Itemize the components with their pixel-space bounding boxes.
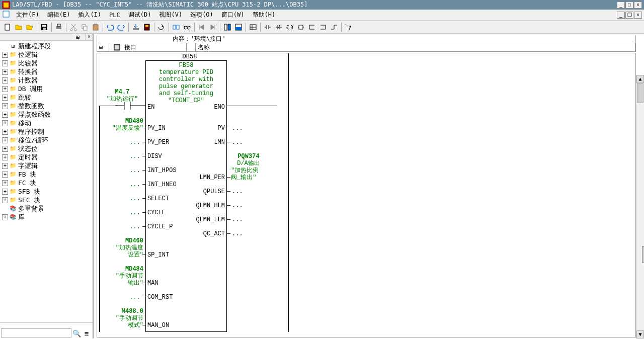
sidebar-tab-1[interactable]: ⊞ <box>70 34 86 40</box>
pin-qpulse: QPULSE <box>200 188 225 195</box>
glasses-icon[interactable] <box>182 22 193 33</box>
menu-edit[interactable]: 编辑(E) <box>43 10 74 20</box>
menu-insert[interactable]: 插入(I) <box>74 10 105 20</box>
menu-file[interactable]: 文件(F) <box>12 10 43 20</box>
sidebar-search-box[interactable] <box>1 328 71 337</box>
scroll-up-button[interactable]: ▲ <box>636 75 644 83</box>
editor-split[interactable] <box>288 53 289 332</box>
tree-comparator[interactable]: +📁比较器 <box>0 59 93 67</box>
mdi-restore-button[interactable]: ❐ <box>625 12 633 19</box>
svg-rect-16 <box>144 24 149 30</box>
tree-multi[interactable]: 📚多重背景 <box>0 204 93 213</box>
pin-eno: ENO <box>210 104 225 111</box>
menu-help[interactable]: 帮助(H) <box>249 10 280 20</box>
content-subheader: ⊟ 🔲 接口 名称 <box>97 43 636 52</box>
tree-int-func[interactable]: +📁整数函数 <box>0 102 93 110</box>
svg-rect-7 <box>56 26 61 29</box>
svg-rect-30 <box>299 25 303 29</box>
menu-plc[interactable]: PLC <box>105 11 124 20</box>
copy-icon[interactable] <box>79 22 90 33</box>
tree-sfb[interactable]: +📁SFB 块 <box>0 187 93 196</box>
sig-dots-6: ... <box>127 195 140 202</box>
tree-fb[interactable]: +📁FB 块 <box>0 170 93 179</box>
close-button[interactable]: × <box>634 2 642 9</box>
sidebar-close-icon[interactable]: × <box>86 34 93 40</box>
goto-start-icon[interactable]: ! <box>196 22 207 33</box>
sig-pqw374: PQW374 D/A输出 "加热比例 阀_输出" <box>231 153 266 181</box>
tree-lib[interactable]: +📚库 <box>0 213 93 221</box>
sidebar-footer-icon2[interactable]: ≡ <box>82 329 92 337</box>
vertical-scrollbar[interactable]: ▲ ▼ <box>636 75 644 338</box>
coil-icon[interactable] <box>284 22 295 33</box>
maximize-button[interactable]: □ <box>625 2 633 9</box>
svg-rect-20 <box>177 25 179 29</box>
sig-dots-8: ... <box>127 223 140 230</box>
tree-prog-ctrl[interactable]: +📁程序控制 <box>0 127 93 136</box>
no-contact-icon[interactable] <box>262 22 273 33</box>
tree-new-segment[interactable]: ⊞新建程序段 <box>0 42 93 50</box>
print-icon[interactable] <box>53 22 64 33</box>
minimize-button[interactable]: _ <box>617 2 625 9</box>
pin-cycle: CYCLE <box>147 209 166 216</box>
menu-view[interactable]: 视图(V) <box>155 10 186 20</box>
subhdr-interface[interactable]: 🔲 接口 <box>109 43 187 51</box>
tree-status-bit[interactable]: +📁状态位 <box>0 144 93 153</box>
tree-sfc[interactable]: +📁SFC 块 <box>0 196 93 204</box>
mdi-minimize-button[interactable]: _ <box>617 12 625 19</box>
svg-rect-25 <box>224 24 227 30</box>
mdi-close-button[interactable]: × <box>634 12 642 19</box>
tree-converter[interactable]: +📁转换器 <box>0 67 93 76</box>
block-icon[interactable] <box>171 22 182 33</box>
help-icon[interactable]: ? <box>343 22 354 33</box>
redo-icon[interactable] <box>116 22 127 33</box>
wire: — <box>142 125 146 132</box>
svg-rect-26 <box>228 24 230 30</box>
module-icon[interactable] <box>141 22 152 33</box>
scroll-down-button[interactable]: ▼ <box>636 330 644 338</box>
tree-bit-logic[interactable]: +📁位逻辑 <box>0 50 93 59</box>
paste-icon[interactable] <box>90 22 101 33</box>
tree-counter[interactable]: +📁计数器 <box>0 76 93 84</box>
tree-shift-rot[interactable]: +📁移位/循环 <box>0 136 93 144</box>
details-icon[interactable] <box>233 22 244 33</box>
menu-window[interactable]: 窗口(W) <box>217 10 249 20</box>
menu-options[interactable]: 选项(O) <box>186 10 217 20</box>
cut-icon[interactable] <box>68 22 79 33</box>
menu-debug[interactable]: 调试(D) <box>124 10 155 20</box>
ladder-diagram[interactable]: DB58 FB58 temperature PID controller wit… <box>97 53 636 337</box>
connection-icon[interactable] <box>329 22 340 33</box>
tree-db-call[interactable]: +📁DB 调用 <box>0 84 93 93</box>
undo-icon[interactable] <box>105 22 116 33</box>
scroll-thumb[interactable] <box>637 83 643 103</box>
download-icon[interactable] <box>130 22 141 33</box>
pin-en: EN <box>147 104 154 111</box>
goto-end-icon[interactable]: ! <box>207 22 218 33</box>
network-icon[interactable] <box>248 22 259 33</box>
branch-icon[interactable] <box>306 22 317 33</box>
scroll-pager[interactable] <box>642 246 644 263</box>
tree-fc[interactable]: +📁FC 块 <box>0 179 93 187</box>
box-icon[interactable] <box>295 22 306 33</box>
contact-icon <box>115 102 145 110</box>
tree-word-logic[interactable]: +📁字逻辑 <box>0 161 93 170</box>
sig-md460: MD460 "加热温度 设置" <box>102 237 143 259</box>
nc-contact-icon[interactable] <box>273 22 284 33</box>
save-icon[interactable] <box>39 22 50 33</box>
tree-timer[interactable]: +📁定时器 <box>0 153 93 161</box>
new-icon[interactable] <box>2 22 13 33</box>
pin-sp-int: SP_INT <box>147 251 169 259</box>
svg-rect-17 <box>145 25 148 27</box>
folder-open-icon[interactable] <box>24 22 35 33</box>
subhdr-name[interactable]: 名称 <box>196 43 635 51</box>
branch-close-icon[interactable] <box>317 22 329 33</box>
catalog-icon[interactable] <box>222 22 233 33</box>
subhdr-icon[interactable]: ⊟ <box>97 43 109 51</box>
tree-move[interactable]: +📁移动 <box>0 119 93 127</box>
eno-wire <box>227 106 277 106</box>
pin-qlmn-llm: QLMN_LLM <box>193 216 225 223</box>
open-icon[interactable] <box>13 22 24 33</box>
tree-float-func[interactable]: +📁浮点数函数 <box>0 110 93 119</box>
tree-jump[interactable]: +📁跳转 <box>0 93 93 102</box>
monitor-icon[interactable] <box>156 22 167 33</box>
sidebar-footer-icon1[interactable]: 🔍 <box>71 329 82 337</box>
